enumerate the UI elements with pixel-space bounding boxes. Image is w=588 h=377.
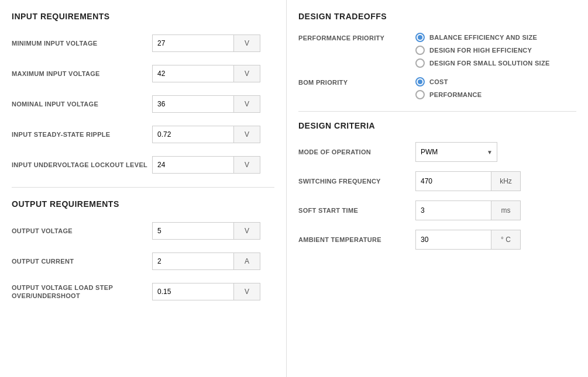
field-label: MINIMUM INPUT VOLTAGE <box>12 39 152 47</box>
tradeoffs-title: DESIGN TRADEOFFS <box>298 12 576 21</box>
output-field-row: OUTPUT VOLTAGE LOAD STEP OVER/UNDERSHOOT… <box>12 281 274 302</box>
tradeoffs-section: DESIGN TRADEOFFS PERFORMANCE PRIORITY BA… <box>298 12 576 99</box>
criteria-row: AMBIENT TEMPERATURE° C <box>298 230 576 250</box>
field-input[interactable] <box>152 283 234 300</box>
radio-option-label: PERFORMANCE <box>429 91 482 98</box>
criteria-label: MODE OF OPERATION <box>298 148 415 155</box>
radio-option[interactable]: DESIGN FOR SMALL SOLUTION SIZE <box>415 58 550 68</box>
radio-option-label: DESIGN FOR SMALL SOLUTION SIZE <box>429 60 550 67</box>
mode-select[interactable]: PWMPFMAUTO <box>415 142 497 162</box>
field-input[interactable] <box>152 65 234 82</box>
select-wrapper: PWMPFMAUTO▼ <box>415 142 497 162</box>
left-panel: INPUT REQUIREMENTS MINIMUM INPUT VOLTAGE… <box>0 0 287 377</box>
field-input[interactable] <box>152 222 234 240</box>
input-section-title: INPUT REQUIREMENTS <box>12 12 274 21</box>
field-unit: V <box>234 222 260 240</box>
field-label: NOMINAL INPUT VOLTAGE <box>12 100 152 108</box>
bom-priority-row: BOM PRIORITY COSTPERFORMANCE <box>298 77 576 99</box>
radio-option-label: BALANCE EFFICIENCY AND SIZE <box>429 34 537 41</box>
bom-radio-group: COSTPERFORMANCE <box>415 77 482 99</box>
field-label: OUTPUT VOLTAGE LOAD STEP OVER/UNDERSHOOT <box>12 283 152 300</box>
input-field-row: INPUT UNDERVOLTAGE LOCKOUT LEVELV <box>12 154 274 175</box>
output-fields-container: OUTPUT VOLTAGEVOUTPUT CURRENTAOUTPUT VOL… <box>12 220 274 302</box>
criteria-unit: ° C <box>491 230 521 250</box>
radio-circle[interactable] <box>415 58 425 68</box>
field-input[interactable] <box>152 156 234 174</box>
criteria-unit: kHz <box>491 171 521 191</box>
radio-option-label: COST <box>429 78 448 85</box>
input-field-row: NOMINAL INPUT VOLTAGEV <box>12 94 274 115</box>
radio-circle[interactable] <box>415 90 425 99</box>
criteria-unit: ms <box>491 200 521 220</box>
criteria-section: DESIGN CRITERIA MODE OF OPERATIONPWMPFMA… <box>298 121 576 250</box>
criteria-label: AMBIENT TEMPERATURE <box>298 236 415 243</box>
criteria-label: SWITCHING FREQUENCY <box>298 178 415 185</box>
field-unit: V <box>234 65 260 82</box>
criteria-title: DESIGN CRITERIA <box>298 121 576 130</box>
field-unit: V <box>234 95 260 113</box>
radio-circle[interactable] <box>415 46 425 55</box>
field-unit: V <box>234 156 260 174</box>
field-unit: V <box>234 34 260 52</box>
output-field-row: OUTPUT VOLTAGEV <box>12 220 274 241</box>
criteria-fields-container: MODE OF OPERATIONPWMPFMAUTO▼SWITCHING FR… <box>298 142 576 250</box>
input-field-row: INPUT STEADY-STATE RIPPLEV <box>12 124 274 145</box>
criteria-row: SWITCHING FREQUENCYkHz <box>298 171 576 191</box>
field-input[interactable] <box>152 95 234 113</box>
criteria-row: MODE OF OPERATIONPWMPFMAUTO▼ <box>298 142 576 162</box>
radio-circle[interactable] <box>415 77 425 87</box>
criteria-row: SOFT START TIMEms <box>298 200 576 220</box>
main-container: INPUT REQUIREMENTS MINIMUM INPUT VOLTAGE… <box>0 0 588 377</box>
criteria-label: SOFT START TIME <box>298 207 415 214</box>
field-label: INPUT UNDERVOLTAGE LOCKOUT LEVEL <box>12 161 152 169</box>
field-input[interactable] <box>152 126 234 143</box>
criteria-input[interactable] <box>415 200 491 220</box>
right-divider <box>298 111 576 112</box>
performance-radio-group: BALANCE EFFICIENCY AND SIZEDESIGN FOR HI… <box>415 33 550 68</box>
field-label: OUTPUT VOLTAGE <box>12 227 152 235</box>
input-field-row: MAXIMUM INPUT VOLTAGEV <box>12 63 274 84</box>
radio-option-label: DESIGN FOR HIGH EFFICIENCY <box>429 47 532 54</box>
radio-circle[interactable] <box>415 33 425 42</box>
input-fields-container: MINIMUM INPUT VOLTAGEVMAXIMUM INPUT VOLT… <box>12 33 274 175</box>
field-label: OUTPUT CURRENT <box>12 257 152 265</box>
field-label: MAXIMUM INPUT VOLTAGE <box>12 70 152 78</box>
performance-priority-row: PERFORMANCE PRIORITY BALANCE EFFICIENCY … <box>298 33 576 68</box>
field-unit: A <box>234 253 260 270</box>
field-label: INPUT STEADY-STATE RIPPLE <box>12 130 152 139</box>
input-field-row: MINIMUM INPUT VOLTAGEV <box>12 33 274 54</box>
radio-option[interactable]: PERFORMANCE <box>415 90 482 99</box>
right-panel: DESIGN TRADEOFFS PERFORMANCE PRIORITY BA… <box>287 0 588 377</box>
radio-option[interactable]: BALANCE EFFICIENCY AND SIZE <box>415 33 550 42</box>
section-divider <box>12 187 274 188</box>
field-unit: V <box>234 283 260 300</box>
bom-priority-label: BOM PRIORITY <box>298 77 415 86</box>
radio-option[interactable]: COST <box>415 77 482 87</box>
performance-priority-label: PERFORMANCE PRIORITY <box>298 33 415 41</box>
criteria-input[interactable] <box>415 171 491 191</box>
field-input[interactable] <box>152 34 234 52</box>
field-input[interactable] <box>152 253 234 270</box>
output-field-row: OUTPUT CURRENTA <box>12 251 274 272</box>
field-unit: V <box>234 126 260 143</box>
radio-option[interactable]: DESIGN FOR HIGH EFFICIENCY <box>415 46 550 55</box>
criteria-input[interactable] <box>415 230 491 250</box>
output-section-title: OUTPUT REQUIREMENTS <box>12 199 274 209</box>
